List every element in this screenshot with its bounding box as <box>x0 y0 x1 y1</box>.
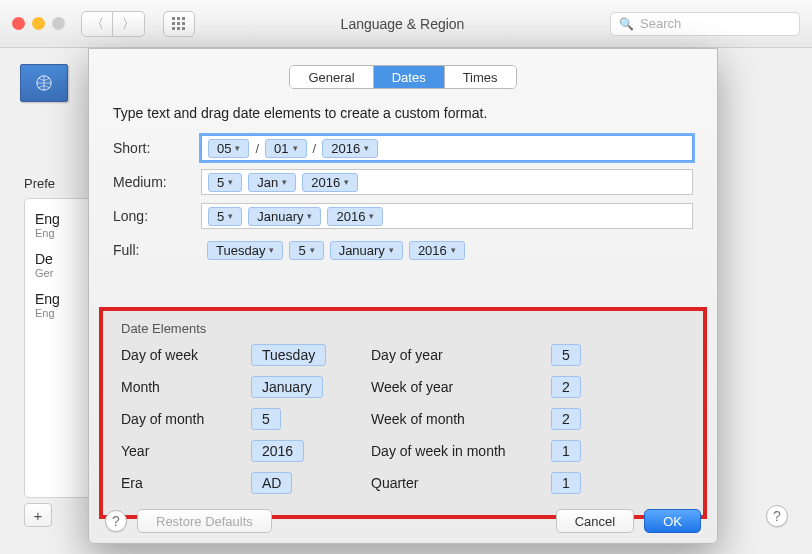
close-window-button[interactable] <box>12 17 25 30</box>
element-label: Era <box>121 475 251 491</box>
titlebar: 〈 〉 Language & Region 🔍 Search <box>0 0 812 48</box>
minimize-window-button[interactable] <box>32 17 45 30</box>
format-token[interactable]: 05▾ <box>208 139 249 158</box>
element-token-year[interactable]: 2016 <box>251 440 304 462</box>
long-format-field[interactable]: 5▾ January▾ 2016▾ <box>201 203 693 229</box>
language-row[interactable]: De Ger <box>25 245 95 285</box>
element-label: Week of month <box>371 411 551 427</box>
chevron-down-icon: ▾ <box>369 211 374 221</box>
element-label: Day of week <box>121 347 251 363</box>
format-tabs: General Dates Times <box>289 65 516 89</box>
tab-dates[interactable]: Dates <box>374 66 445 88</box>
format-token[interactable]: January▾ <box>330 241 403 260</box>
grid-icon <box>172 17 186 31</box>
cancel-button[interactable]: Cancel <box>556 509 634 533</box>
format-token[interactable]: 5▾ <box>208 173 242 192</box>
long-label: Long: <box>113 208 189 224</box>
restore-defaults-button[interactable]: Restore Defaults <box>137 509 272 533</box>
svg-rect-5 <box>182 22 185 25</box>
tab-general[interactable]: General <box>290 66 373 88</box>
chevron-down-icon: ▾ <box>307 211 312 221</box>
element-token-day-of-month[interactable]: 5 <box>251 408 281 430</box>
svg-rect-7 <box>177 27 180 30</box>
element-label: Quarter <box>371 475 551 491</box>
format-token[interactable]: 2016▾ <box>409 241 465 260</box>
format-token[interactable]: 2016▾ <box>302 173 358 192</box>
chevron-down-icon: ▾ <box>364 143 369 153</box>
element-token-day-of-week[interactable]: Tuesday <box>251 344 326 366</box>
short-format-field[interactable]: 05▾ / 01▾ / 2016▾ <box>201 135 693 161</box>
element-token-week-of-year[interactable]: 2 <box>551 376 581 398</box>
element-label: Year <box>121 443 251 459</box>
date-elements-title: Date Elements <box>121 321 685 336</box>
search-icon: 🔍 <box>619 17 634 31</box>
instruction-text: Type text and drag date elements to crea… <box>113 105 693 121</box>
sheet-help-button[interactable]: ? <box>105 510 127 532</box>
format-token[interactable]: 5▾ <box>289 241 323 260</box>
chevron-down-icon: ▾ <box>451 245 456 255</box>
forward-button[interactable]: 〉 <box>113 11 145 37</box>
element-label: Day of month <box>121 411 251 427</box>
window-title: Language & Region <box>205 16 600 32</box>
element-token-week-of-month[interactable]: 2 <box>551 408 581 430</box>
medium-label: Medium: <box>113 174 189 190</box>
element-token-quarter[interactable]: 1 <box>551 472 581 494</box>
chevron-down-icon: ▾ <box>282 177 287 187</box>
date-elements-panel: Date Elements Day of week Tuesday Day of… <box>99 307 707 519</box>
chevron-down-icon: ▾ <box>389 245 394 255</box>
format-token[interactable]: 2016▾ <box>327 207 383 226</box>
region-flag <box>20 64 68 102</box>
element-token-day-of-week-in-month[interactable]: 1 <box>551 440 581 462</box>
element-label: Day of week in month <box>371 443 551 459</box>
show-all-button[interactable] <box>163 11 195 37</box>
tab-times[interactable]: Times <box>445 66 516 88</box>
search-placeholder: Search <box>640 16 681 31</box>
chevron-down-icon: ▾ <box>269 245 274 255</box>
language-row[interactable]: Eng Eng <box>25 205 95 245</box>
language-row[interactable]: Eng Eng <box>25 285 95 325</box>
format-token[interactable]: Tuesday▾ <box>207 241 283 260</box>
format-token[interactable]: 5▾ <box>208 207 242 226</box>
zoom-window-button[interactable] <box>52 17 65 30</box>
chevron-down-icon: ▾ <box>228 211 233 221</box>
search-field[interactable]: 🔍 Search <box>610 12 800 36</box>
format-token[interactable]: 01▾ <box>265 139 306 158</box>
preferred-languages-list[interactable]: Eng Eng De Ger Eng Eng <box>24 198 96 498</box>
svg-rect-6 <box>172 27 175 30</box>
format-separator: / <box>255 141 259 156</box>
chevron-down-icon: ▾ <box>344 177 349 187</box>
format-token[interactable]: Jan▾ <box>248 173 296 192</box>
svg-rect-0 <box>172 17 175 20</box>
ok-button[interactable]: OK <box>644 509 701 533</box>
svg-rect-3 <box>172 22 175 25</box>
element-label: Week of year <box>371 379 551 395</box>
add-language-button[interactable]: + <box>24 503 52 527</box>
short-label: Short: <box>113 140 189 156</box>
element-label: Day of year <box>371 347 551 363</box>
svg-rect-2 <box>182 17 185 20</box>
chevron-down-icon: ▾ <box>228 177 233 187</box>
full-label: Full: <box>113 242 189 258</box>
globe-icon <box>31 70 57 96</box>
format-separator: / <box>313 141 317 156</box>
nav-buttons: 〈 〉 <box>81 11 145 37</box>
help-button[interactable]: ? <box>766 505 788 527</box>
format-token[interactable]: January▾ <box>248 207 321 226</box>
medium-format-field[interactable]: 5▾ Jan▾ 2016▾ <box>201 169 693 195</box>
element-label: Month <box>121 379 251 395</box>
element-token-month[interactable]: January <box>251 376 323 398</box>
full-format-field[interactable]: Tuesday▾ 5▾ January▾ 2016▾ <box>201 237 693 263</box>
chevron-down-icon: ▾ <box>293 143 298 153</box>
format-token[interactable]: 2016▾ <box>322 139 378 158</box>
back-button[interactable]: 〈 <box>81 11 113 37</box>
chevron-down-icon: ▾ <box>310 245 315 255</box>
element-token-era[interactable]: AD <box>251 472 292 494</box>
element-token-day-of-year[interactable]: 5 <box>551 344 581 366</box>
advanced-formats-sheet: General Dates Times Type text and drag d… <box>88 48 718 544</box>
svg-rect-4 <box>177 22 180 25</box>
svg-rect-8 <box>182 27 185 30</box>
preferred-languages-label: Prefe <box>24 176 55 191</box>
window-controls <box>12 17 65 30</box>
svg-rect-1 <box>177 17 180 20</box>
chevron-down-icon: ▾ <box>235 143 240 153</box>
